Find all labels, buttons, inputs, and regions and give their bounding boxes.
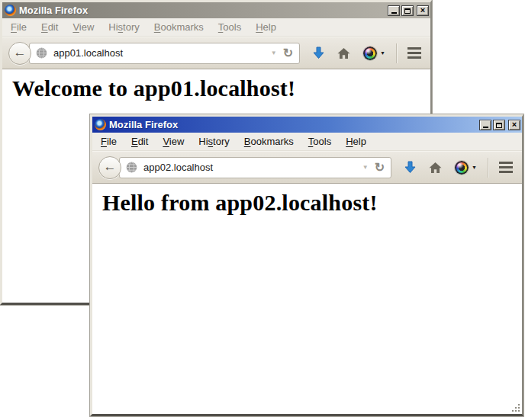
menu-history[interactable]: History bbox=[104, 20, 143, 34]
home-button[interactable] bbox=[337, 47, 350, 59]
window-controls: × bbox=[388, 5, 429, 16]
window-controls: × bbox=[479, 120, 520, 130]
downloads-button[interactable] bbox=[313, 46, 324, 59]
url-bar[interactable]: ▼ ↻ bbox=[119, 157, 391, 178]
minimize-button[interactable] bbox=[479, 120, 491, 130]
downloads-button[interactable] bbox=[404, 161, 416, 174]
url-input[interactable] bbox=[142, 161, 359, 174]
addon-dropdown-icon: ▼ bbox=[380, 50, 385, 56]
menu-view[interactable]: View bbox=[158, 134, 188, 149]
menu-file[interactable]: File bbox=[6, 20, 31, 34]
close-icon: × bbox=[512, 120, 517, 129]
maximize-icon bbox=[404, 8, 411, 14]
menu-bar: File Edit View History Bookmarks Tools H… bbox=[2, 18, 430, 37]
menu-edit[interactable]: Edit bbox=[127, 134, 153, 149]
url-bar[interactable]: ▼ ↻ bbox=[29, 43, 300, 64]
page-heading: Hello from app02.localhost! bbox=[102, 190, 522, 216]
home-button[interactable] bbox=[429, 162, 442, 174]
titlebar[interactable]: Mozilla Firefox × bbox=[2, 2, 430, 18]
menu-edit[interactable]: Edit bbox=[37, 20, 63, 34]
maximize-button[interactable] bbox=[401, 5, 414, 16]
reload-button[interactable]: ↻ bbox=[283, 47, 293, 59]
back-button[interactable]: ← bbox=[98, 156, 121, 179]
globe-icon bbox=[126, 162, 137, 173]
addon-button[interactable]: ▼ bbox=[363, 46, 385, 60]
page-content: Hello from app02.localhost! bbox=[92, 184, 522, 414]
urlbar-dropdown-icon[interactable]: ▼ bbox=[271, 50, 277, 56]
minimize-icon bbox=[483, 127, 488, 128]
navigation-toolbar: ← ▼ ↻ ▼ bbox=[2, 37, 430, 69]
page-heading: Welcome to app01.localhost! bbox=[12, 75, 430, 101]
firefox-icon bbox=[95, 119, 106, 130]
addon-dropdown-icon: ▼ bbox=[472, 165, 477, 170]
resize-grip[interactable] bbox=[518, 410, 520, 412]
menu-help[interactable]: Help bbox=[341, 134, 371, 149]
menu-history[interactable]: History bbox=[194, 134, 234, 149]
close-icon: × bbox=[420, 6, 425, 14]
addon-button[interactable]: ▼ bbox=[455, 161, 477, 175]
url-input[interactable] bbox=[52, 46, 268, 59]
menu-file[interactable]: File bbox=[96, 134, 121, 149]
globe-icon bbox=[36, 47, 47, 59]
close-button[interactable]: × bbox=[417, 5, 429, 16]
menu-bar: File Edit View History Bookmarks Tools H… bbox=[92, 133, 522, 151]
back-arrow-icon: ← bbox=[14, 46, 27, 59]
toolbar-separator bbox=[488, 158, 488, 178]
menu-tools[interactable]: Tools bbox=[304, 134, 336, 149]
menu-hamburger-button[interactable] bbox=[499, 162, 513, 173]
menu-view[interactable]: View bbox=[68, 20, 98, 34]
addon-colorwheel-icon bbox=[363, 46, 377, 60]
titlebar[interactable]: Mozilla Firefox × bbox=[92, 117, 522, 133]
addon-colorwheel-icon bbox=[455, 161, 469, 175]
window-title: Mozilla Firefox bbox=[19, 5, 388, 16]
close-button[interactable]: × bbox=[508, 120, 520, 130]
maximize-icon bbox=[496, 123, 502, 128]
menu-tools[interactable]: Tools bbox=[214, 20, 246, 34]
back-button[interactable]: ← bbox=[8, 42, 31, 65]
reload-button[interactable]: ↻ bbox=[375, 162, 385, 174]
firefox-icon bbox=[5, 5, 16, 16]
menu-bookmarks[interactable]: Bookmarks bbox=[150, 20, 208, 34]
minimize-button[interactable] bbox=[388, 5, 400, 16]
window-title: Mozilla Firefox bbox=[109, 119, 479, 130]
menu-bookmarks[interactable]: Bookmarks bbox=[240, 134, 298, 149]
urlbar-dropdown-icon[interactable]: ▼ bbox=[362, 164, 369, 171]
back-arrow-icon: ← bbox=[104, 160, 117, 173]
menu-hamburger-button[interactable] bbox=[407, 47, 421, 59]
navigation-toolbar: ← ▼ ↻ ▼ bbox=[92, 151, 522, 184]
toolbar-separator bbox=[396, 43, 397, 63]
firefox-window-app02[interactable]: Mozilla Firefox × File Edit View History… bbox=[90, 114, 523, 416]
menu-help[interactable]: Help bbox=[251, 20, 281, 34]
minimize-icon bbox=[391, 12, 397, 14]
maximize-button[interactable] bbox=[493, 120, 505, 130]
